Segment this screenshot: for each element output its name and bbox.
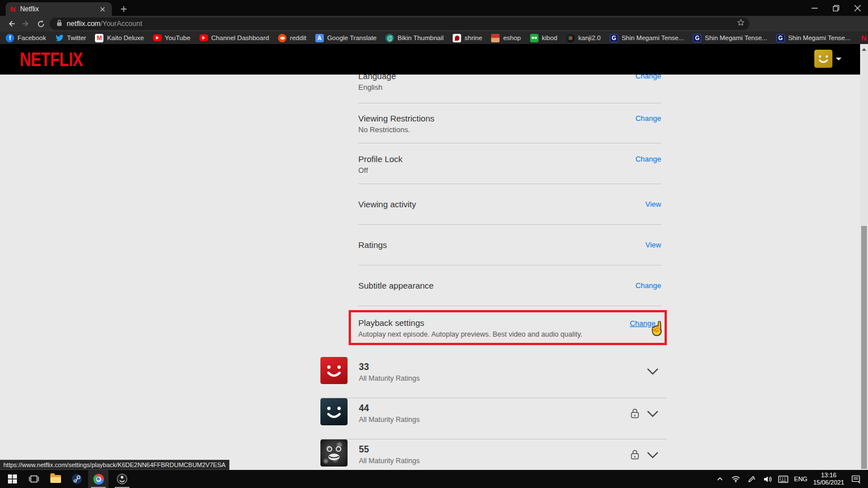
- bookmark-label: Bikin Thumbnail: [397, 34, 444, 41]
- setting-title: Playback settings: [358, 318, 665, 328]
- obs-taskbar-icon[interactable]: [112, 470, 132, 488]
- wifi-icon[interactable]: [731, 473, 741, 485]
- file-explorer-icon[interactable]: [45, 470, 66, 488]
- netflix-header: NETFLIX: [0, 44, 868, 75]
- settings-row-viewing-restrictions: Viewing RestrictionsNo Restrictions.Chan…: [358, 103, 661, 143]
- navy-smiley-avatar: [320, 398, 348, 425]
- facebook-icon: f: [6, 34, 14, 42]
- account-menu-caret-icon[interactable]: [836, 58, 841, 60]
- mouse-cursor-hand: ☝: [649, 321, 665, 336]
- lock-icon: [631, 408, 639, 421]
- url-path: /YourAccount: [101, 20, 142, 28]
- scrollbar-up-arrow-icon[interactable]: [860, 45, 868, 53]
- bookmark-label: reddit: [290, 34, 306, 41]
- change-link[interactable]: Change: [635, 155, 661, 163]
- setting-title: Ratings: [358, 240, 661, 250]
- page-scrollbar[interactable]: [860, 44, 868, 470]
- bookmark-label: kanji2.0: [578, 34, 601, 41]
- bookmark-channel-dashboard[interactable]: Channel Dashboard: [199, 34, 269, 41]
- restore-button[interactable]: [825, 0, 847, 16]
- bookmark-bikin-thumbnail[interactable]: @Bikin Thumbnail: [385, 34, 444, 42]
- touch-keyboard-icon[interactable]: [778, 473, 788, 485]
- change-link[interactable]: Change: [635, 75, 661, 80]
- bookmark-reddit[interactable]: reddit: [278, 34, 306, 42]
- change-link[interactable]: Change: [635, 281, 661, 290]
- hidden-icons-chevron-icon[interactable]: [715, 473, 725, 485]
- bookmark-label: YouTube: [165, 34, 190, 41]
- scrollbar-thumb[interactable]: [861, 226, 867, 469]
- change-link[interactable]: Change: [635, 114, 661, 123]
- minimize-button[interactable]: [804, 0, 825, 16]
- back-icon[interactable]: [5, 18, 18, 30]
- setting-value: No Restrictions.: [358, 125, 661, 134]
- bookmark-label: eshop: [503, 34, 520, 41]
- setting-value: Autoplay next episode. Autoplay previews…: [358, 330, 665, 338]
- bookmark-label: shrine: [465, 34, 482, 41]
- shrine-icon: [453, 34, 461, 42]
- new-tab-button[interactable]: [119, 4, 129, 14]
- bookmark-kibod[interactable]: kibod: [530, 34, 558, 42]
- url-domain: netflix.com: [67, 20, 101, 28]
- bookmark-facebook[interactable]: fFacebook: [6, 34, 46, 42]
- language-indicator[interactable]: ENG: [794, 476, 808, 482]
- profile-row-33[interactable]: 33All Maturity Ratings: [320, 357, 667, 398]
- window-controls: [804, 0, 868, 16]
- settings-row-viewing-activity: Viewing activityView: [358, 184, 661, 225]
- close-button[interactable]: [847, 0, 868, 16]
- bookmark-star-icon[interactable]: [737, 19, 745, 29]
- bookmark-shin-megami-tense-[interactable]: GShin Megami Tense...: [693, 34, 767, 42]
- red-smiley-avatar: [320, 357, 348, 384]
- gmail-icon: M: [95, 34, 103, 42]
- bookmark-youtube[interactable]: YouTube: [153, 34, 190, 41]
- view-link[interactable]: View: [645, 241, 661, 249]
- reload-icon[interactable]: [34, 18, 47, 30]
- volume-icon[interactable]: [762, 473, 772, 485]
- system-tray: ENG 13:16 15/06/2021: [715, 470, 868, 488]
- bookmark-twitter[interactable]: Twitter: [55, 34, 86, 42]
- bookmark-kanji2-0[interactable]: kanji2.0: [566, 34, 601, 42]
- bookmark-shin-megami-tense-[interactable]: GShin Megami Tense...: [776, 34, 850, 42]
- action-center-icon[interactable]: [850, 473, 862, 485]
- bookmark-netflix[interactable]: NNetflix: [860, 34, 868, 42]
- tab-close-icon[interactable]: [97, 4, 107, 14]
- bookmark-shin-megami-tense-[interactable]: GShin Megami Tense...: [610, 34, 684, 42]
- chevron-down-icon[interactable]: [646, 367, 659, 377]
- profile-row-icons: [631, 450, 659, 462]
- browser-tab-netflix[interactable]: N Netflix: [6, 2, 112, 16]
- setting-value: English: [358, 83, 661, 91]
- chevron-down-icon[interactable]: [646, 451, 659, 461]
- pen-icon[interactable]: [747, 473, 757, 485]
- bookmark-label: Shin Megami Tense...: [622, 34, 684, 41]
- view-link[interactable]: View: [645, 200, 661, 208]
- tab-strip: N Netflix: [0, 0, 868, 16]
- netflix-logo: NETFLIX: [20, 49, 83, 71]
- steam-icon[interactable]: [67, 470, 87, 488]
- setting-title: Viewing activity: [358, 199, 661, 209]
- address-bar[interactable]: netflix.com/YourAccount: [50, 18, 749, 30]
- bookmark-label: kibod: [542, 34, 558, 41]
- bookmark-shrine[interactable]: shrine: [453, 34, 482, 42]
- settings-row-profile-lock: Profile LockOffChange: [358, 143, 661, 184]
- netflix-favicon-icon: N: [10, 6, 15, 13]
- bookmark-eshop[interactable]: eshop: [491, 34, 520, 42]
- browser-toolbar: netflix.com/YourAccount ✕ ABP: [0, 16, 868, 32]
- taskbar-clock[interactable]: 13:16 15/06/2021: [813, 472, 844, 486]
- bookmark-kaito-deluxe[interactable]: MKaito Deluxe: [95, 34, 144, 42]
- gamefaqs-icon: G: [693, 34, 701, 42]
- profile-row-44[interactable]: 44All Maturity Ratings: [320, 398, 667, 439]
- forward-icon[interactable]: [19, 18, 33, 30]
- bookmark-google-translate[interactable]: AGoogle Translate: [315, 34, 377, 42]
- youtube-icon: [199, 34, 208, 41]
- chrome-taskbar-icon[interactable]: [88, 470, 108, 488]
- profile-row-55[interactable]: 55All Maturity Ratings: [320, 439, 667, 470]
- chevron-down-icon[interactable]: [646, 409, 659, 420]
- link-status-bar: https://www.netflix.com/settings/playbac…: [0, 460, 229, 470]
- spiral-icon: @: [385, 34, 394, 42]
- bookmark-label: Channel Dashboard: [211, 34, 269, 41]
- bookmark-label: Shin Megami Tense...: [705, 34, 767, 41]
- task-view-button[interactable]: [24, 470, 44, 488]
- setting-title: Profile Lock: [358, 154, 661, 164]
- setting-value: Off: [358, 166, 661, 175]
- start-button[interactable]: [2, 470, 23, 488]
- account-avatar[interactable]: [814, 50, 832, 68]
